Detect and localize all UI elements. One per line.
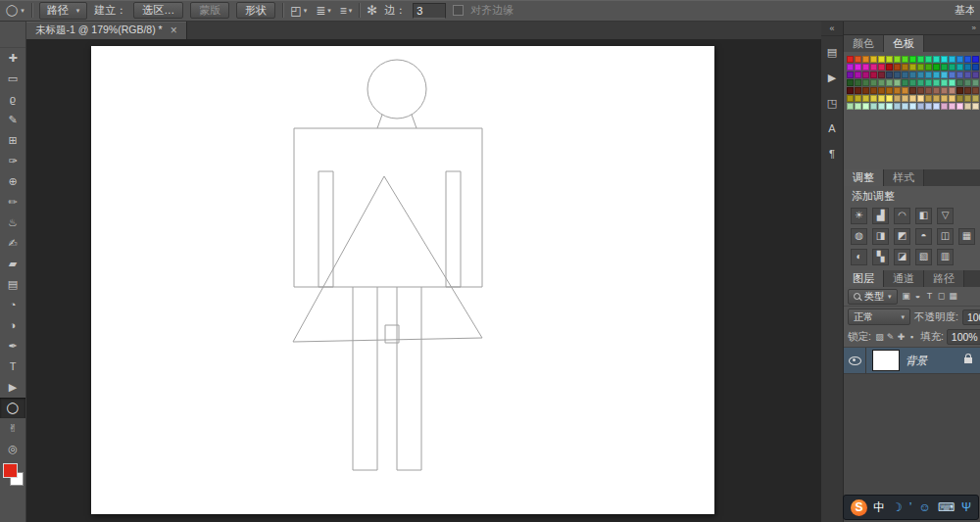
layer-visibility-toggle[interactable] (844, 348, 866, 373)
tab-color[interactable]: 颜色 (844, 35, 884, 52)
color-swatch[interactable] (917, 71, 924, 78)
color-swatch[interactable] (886, 95, 893, 102)
color-swatch[interactable] (972, 87, 979, 94)
color-swatch[interactable] (878, 95, 885, 102)
tab-channels[interactable]: 通道 (884, 270, 924, 287)
threshold-adjustment-icon[interactable]: ◪ (894, 249, 910, 265)
color-swatch[interactable] (878, 103, 885, 110)
pen-tool[interactable]: ✒ (0, 336, 25, 356)
color-swatch[interactable] (878, 71, 885, 78)
color-lookup-adjustment-icon[interactable]: ▦ (958, 228, 975, 245)
color-swatch[interactable] (886, 103, 893, 110)
lock-transparent-pixels-icon[interactable]: ▨ (874, 331, 885, 344)
color-swatch[interactable] (886, 87, 893, 94)
exposure-adjustment-icon[interactable]: ◧ (915, 208, 932, 224)
color-swatch[interactable] (925, 95, 932, 102)
horizontal-type-tool[interactable]: T (0, 356, 25, 377)
color-swatch[interactable] (855, 64, 861, 71)
color-swatch[interactable] (855, 79, 861, 86)
brightness-contrast-adjustment-icon[interactable]: ☀ (851, 208, 867, 224)
filter-pixel-layers-icon[interactable]: ▣ (901, 290, 912, 303)
color-swatch[interactable] (902, 71, 908, 78)
color-swatch[interactable] (902, 79, 908, 86)
color-swatch[interactable] (964, 103, 971, 110)
color-swatch[interactable] (925, 103, 932, 110)
color-swatch[interactable] (917, 79, 924, 86)
channel-mixer-adjustment-icon[interactable]: ◫ (937, 228, 954, 245)
ime-moon-icon[interactable]: ☽ (892, 497, 903, 518)
color-swatch[interactable] (878, 87, 885, 94)
color-swatch[interactable] (909, 95, 916, 102)
color-swatch[interactable] (956, 95, 963, 102)
color-swatch[interactable] (847, 87, 854, 94)
vibrance-adjustment-icon[interactable]: ▽ (937, 208, 954, 224)
color-swatch[interactable] (917, 56, 924, 63)
color-swatch[interactable] (870, 87, 877, 94)
color-swatch[interactable] (933, 103, 940, 110)
color-swatch[interactable] (870, 64, 877, 71)
actions-panel-icon[interactable]: ▶ (821, 69, 843, 87)
color-swatch[interactable] (956, 79, 963, 86)
levels-adjustment-icon[interactable]: ▟ (872, 208, 889, 224)
move-tool[interactable]: ✚ (0, 48, 25, 69)
gradient-map-adjustment-icon[interactable]: ▧ (915, 249, 932, 265)
color-swatch[interactable] (870, 95, 877, 102)
color-swatch[interactable] (949, 103, 956, 110)
lock-position-icon[interactable]: ✚ (896, 331, 906, 344)
color-swatch[interactable] (862, 56, 869, 63)
color-swatch[interactable] (894, 71, 901, 78)
filter-smart-objects-icon[interactable]: ▦ (948, 290, 959, 303)
path-arrange-dropdown[interactable]: ≡▾ (340, 4, 353, 18)
color-swatch[interactable] (964, 95, 971, 102)
color-swatch[interactable] (941, 64, 948, 71)
color-swatch[interactable] (886, 64, 893, 71)
color-swatch[interactable] (909, 71, 916, 78)
hue-saturation-adjustment-icon[interactable]: ◍ (851, 228, 867, 245)
color-swatch[interactable] (941, 56, 948, 63)
color-swatch[interactable] (862, 95, 869, 102)
tab-paths[interactable]: 路径 (924, 270, 964, 287)
color-swatch[interactable] (917, 64, 924, 71)
color-swatch[interactable] (972, 64, 979, 71)
color-swatch[interactable] (941, 103, 948, 110)
posterize-adjustment-icon[interactable]: ▚ (872, 249, 889, 265)
brush-tool[interactable]: ✏ (0, 192, 25, 213)
tool-mode-select[interactable]: 路径 ▾ (39, 2, 88, 20)
dodge-tool[interactable]: ◑ (0, 315, 25, 336)
color-swatch[interactable] (972, 56, 979, 63)
color-swatch[interactable] (909, 64, 916, 71)
blur-tool[interactable]: ◔ (0, 295, 25, 315)
color-swatch[interactable] (902, 64, 908, 71)
history-brush-tool[interactable]: ✍ (0, 233, 25, 254)
ime-mic-icon[interactable]: Ψ (961, 497, 971, 518)
color-balance-adjustment-icon[interactable]: ◨ (872, 228, 889, 245)
color-swatch[interactable] (847, 103, 854, 110)
color-swatch[interactable] (894, 87, 901, 94)
fill-value[interactable]: 100% (947, 329, 980, 345)
spot-healing-brush-tool[interactable]: ⊕ (0, 171, 25, 192)
tool-preset-dropdown[interactable]: ◯ ▾ (6, 4, 24, 17)
color-swatch[interactable] (902, 103, 908, 110)
edge-weight-input[interactable] (413, 3, 446, 19)
document-canvas[interactable] (91, 46, 714, 514)
color-swatch[interactable] (894, 103, 901, 110)
color-swatch[interactable] (933, 79, 940, 86)
color-swatch[interactable] (933, 64, 940, 71)
canvas-area[interactable] (26, 39, 821, 522)
color-swatch[interactable] (862, 79, 869, 86)
color-swatch[interactable] (917, 103, 924, 110)
color-swatch[interactable] (855, 56, 861, 63)
color-swatch[interactable] (972, 95, 979, 102)
tab-adjustments[interactable]: 调整 (844, 169, 884, 186)
color-swatch[interactable] (909, 79, 916, 86)
eraser-tool[interactable]: ▰ (0, 254, 25, 274)
color-swatch[interactable] (964, 71, 971, 78)
color-swatch[interactable] (847, 71, 854, 78)
color-swatch[interactable] (902, 95, 908, 102)
black-white-adjustment-icon[interactable]: ◩ (894, 228, 910, 245)
toolbar-grip[interactable] (0, 22, 25, 48)
color-swatch[interactable] (956, 103, 963, 110)
foreground-color-well[interactable] (3, 463, 18, 478)
color-swatch[interactable] (949, 95, 956, 102)
color-swatch[interactable] (933, 56, 940, 63)
